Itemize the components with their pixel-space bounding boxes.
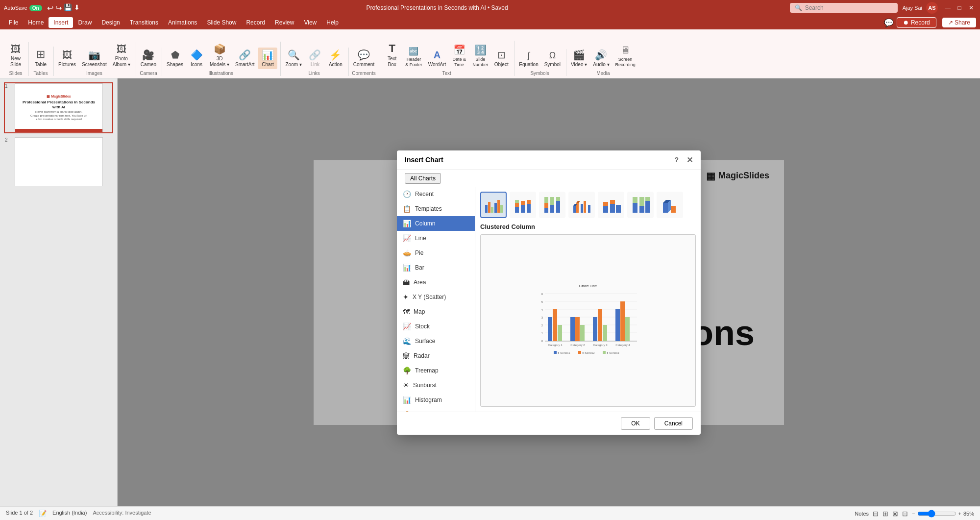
ribbon-date-time[interactable]: 📅 Date &Time	[449, 43, 469, 69]
ribbon-symbol[interactable]: Ω Symbol	[542, 49, 563, 69]
menu-home[interactable]: Home	[23, 17, 49, 28]
chart-type-3d-clustered-column[interactable]	[568, 192, 595, 218]
ribbon-table[interactable]: ⊞ Table	[31, 47, 50, 69]
chart-type-3d-column[interactable]	[657, 192, 683, 218]
chart-category-area[interactable]: 🏔 Area	[397, 275, 475, 290]
ribbon-action[interactable]: ⚡ Action	[326, 48, 345, 69]
ribbon-photo-album[interactable]: 🖼 PhotoAlbum ▾	[110, 42, 133, 69]
svg-marker-26	[576, 201, 580, 203]
slide-notes-icon[interactable]: 📝	[39, 510, 47, 517]
ribbon-link[interactable]: 🔗 Link	[305, 48, 325, 69]
chart-type-3d-100-stacked-column[interactable]	[627, 192, 654, 218]
menu-slideshow[interactable]: Slide Show	[202, 17, 241, 28]
chart-category-treemap[interactable]: 🌳 Treemap	[397, 363, 475, 378]
surface-icon: 🌊	[403, 337, 411, 345]
dialog-all-charts-tab[interactable]: All Charts	[405, 173, 441, 184]
zoom-in-icon[interactable]: +	[958, 511, 961, 517]
customize-icon[interactable]: ⬇	[74, 3, 80, 13]
ribbon-wordart[interactable]: A WordArt	[426, 48, 449, 69]
ribbon-icons[interactable]: 🔷 Icons	[187, 48, 206, 69]
ribbon-zoom[interactable]: 🔍 Zoom ▾	[283, 48, 304, 69]
maximize-button[interactable]: □	[955, 3, 964, 13]
zoom-slider[interactable]	[917, 510, 956, 518]
chart-type-3d-stacked-column[interactable]	[598, 192, 624, 218]
notes-button[interactable]: Notes	[855, 511, 869, 517]
svg-rect-33	[633, 197, 637, 203]
accessibility-label[interactable]: Accessibility: Investigate	[93, 510, 151, 517]
photo-album-icon: 🖼	[117, 44, 126, 55]
chart-category-line[interactable]: 📈 Line	[397, 231, 475, 246]
ribbon-textbox[interactable]: T TextBox	[382, 41, 402, 69]
dialog-help-button[interactable]: ?	[674, 156, 679, 164]
redo-icon[interactable]: ↪	[55, 3, 62, 13]
menu-draw[interactable]: Draw	[73, 17, 97, 28]
ribbon-shapes[interactable]: ⬟ Shapes	[164, 48, 186, 69]
view-normal-icon[interactable]: ⊟	[873, 510, 879, 518]
zoom-out-icon[interactable]: −	[912, 511, 915, 517]
menu-transitions[interactable]: Transitions	[125, 17, 163, 28]
avatar[interactable]: AS	[926, 2, 938, 14]
close-button[interactable]: ✕	[966, 3, 976, 13]
chart-category-bar[interactable]: 📊 Bar	[397, 260, 475, 275]
view-slide-sorter-icon[interactable]: ⊞	[882, 510, 888, 518]
menu-help[interactable]: Help	[321, 17, 343, 28]
autosave-toggle[interactable]: On	[29, 5, 42, 11]
ribbon-comment[interactable]: 💬 Comment	[351, 48, 377, 69]
ribbon-cameo[interactable]: 🎥 Cameo	[138, 48, 159, 69]
menu-animations[interactable]: Animations	[163, 17, 202, 28]
chart-category-pie[interactable]: 🥧 Pie	[397, 246, 475, 260]
record-button[interactable]: ⏺ Record	[897, 17, 936, 28]
ribbon-audio[interactable]: 🔊 Audio ▾	[590, 48, 612, 69]
chart-category-stock[interactable]: 📈 Stock	[397, 319, 475, 334]
minimize-button[interactable]: —	[943, 3, 953, 13]
table-icon: ⊞	[36, 48, 45, 61]
share-button[interactable]: ↗ Share	[942, 18, 976, 27]
chart-category-sunburst[interactable]: ☀ Sunburst	[397, 378, 475, 393]
ribbon-smartart[interactable]: 🔗 SmartArt	[233, 48, 257, 69]
ribbon-chart[interactable]: 📊 Chart	[258, 48, 277, 69]
ribbon-video[interactable]: 🎬 Video ▾	[568, 48, 589, 69]
ribbon-slide-number[interactable]: 🔢 SlideNumber	[470, 43, 490, 69]
menu-design[interactable]: Design	[97, 17, 124, 28]
save-icon[interactable]: 💾	[64, 3, 72, 13]
ribbon-pictures[interactable]: 🖼 Pictures	[56, 48, 78, 69]
chart-category-recent[interactable]: 🕐 Recent	[397, 187, 475, 201]
slide-thumbnail-2[interactable]: 2	[4, 136, 113, 187]
chart-category-templates[interactable]: 📋 Templates	[397, 201, 475, 216]
search-input[interactable]	[805, 4, 883, 11]
chart-category-box-whisker[interactable]: 📦 Box & Whisker	[397, 407, 475, 412]
ribbon-screen-recording[interactable]: 🖥 ScreenRecording	[613, 43, 638, 69]
chart-type-stacked-column[interactable]	[510, 192, 536, 218]
chart-category-radar[interactable]: 🕸 Radar	[397, 348, 475, 363]
chart-category-histogram[interactable]: 📊 Histogram	[397, 393, 475, 407]
chart-type-clustered-column[interactable]	[480, 192, 507, 218]
undo-icon[interactable]: ↩	[47, 3, 53, 13]
dialog-ok-button[interactable]: OK	[621, 417, 650, 430]
zoom-level-label[interactable]: 85%	[963, 511, 974, 517]
menu-record[interactable]: Record	[241, 17, 270, 28]
menu-file[interactable]: File	[4, 17, 23, 28]
dialog-close-button[interactable]: ✕	[686, 155, 693, 165]
chart-category-map[interactable]: 🗺 Map	[397, 304, 475, 319]
ribbon-equation[interactable]: ∫ Equation	[516, 49, 540, 69]
ribbon-3d-models[interactable]: 📦 3DModels ▾	[207, 42, 232, 69]
chart-category-surface[interactable]: 🌊 Surface	[397, 334, 475, 348]
slide-thumbnail-1[interactable]: 1 ▦ MagicSlides Professional Presentatio…	[4, 82, 113, 133]
menu-review[interactable]: Review	[270, 17, 299, 28]
ribbon-header-footer[interactable]: 🔤 Header& Footer	[403, 45, 425, 69]
slide-panel: 1 ▦ MagicSlides Professional Presentatio…	[0, 78, 118, 506]
search-bar[interactable]: 🔍	[790, 3, 898, 13]
comment-icon[interactable]: 💬	[884, 18, 894, 27]
svg-text:4: 4	[541, 308, 543, 311]
ribbon-object[interactable]: ⊡ Object	[491, 48, 511, 69]
view-reading-icon[interactable]: ⊠	[892, 510, 898, 518]
ribbon-screenshot[interactable]: 📷 Screenshot	[79, 48, 109, 69]
chart-category-scatter[interactable]: ✦ X Y (Scatter)	[397, 290, 475, 304]
dialog-cancel-button[interactable]: Cancel	[654, 417, 693, 430]
view-presenter-icon[interactable]: ⊡	[902, 510, 908, 518]
ribbon-new-slide[interactable]: 🖼 NewSlide	[6, 42, 25, 69]
chart-type-100-stacked-column[interactable]	[539, 192, 565, 218]
menu-view[interactable]: View	[299, 17, 321, 28]
menu-insert[interactable]: Insert	[49, 17, 73, 28]
chart-category-column[interactable]: 📊 Column	[397, 216, 475, 231]
